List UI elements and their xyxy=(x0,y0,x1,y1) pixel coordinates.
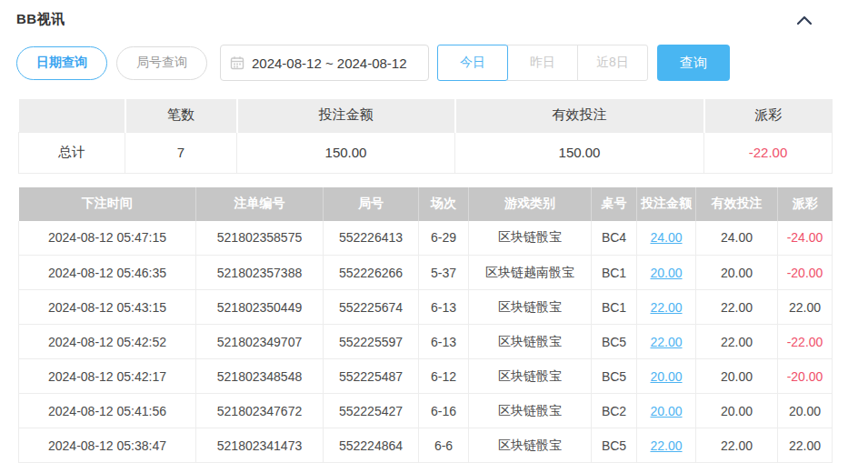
cell-bet-amount: 22.00 xyxy=(637,325,696,359)
quick-range-group: 今日 昨日 近8日 xyxy=(437,45,648,81)
cell-valid-bet: 22.00 xyxy=(696,428,778,463)
page-title: BB视讯 xyxy=(16,11,65,28)
cell-payout: -22.00 xyxy=(778,325,833,359)
header-valid-bet: 有效投注 xyxy=(696,187,778,221)
cell-bet-time: 2024-08-12 05:43:15 xyxy=(19,290,196,325)
cell-session: 5-37 xyxy=(419,256,469,290)
header-order-id: 注单编号 xyxy=(196,187,324,221)
bet-amount-link[interactable]: 20.00 xyxy=(650,404,682,418)
cell-valid-bet: 20.00 xyxy=(696,359,778,394)
filter-toolbar: 日期查询 局号查询 2024-08-12 ~ 2024-08-12 今日 xyxy=(0,35,868,82)
cell-round-id: 552225427 xyxy=(324,394,419,428)
bet-amount-link[interactable]: 22.00 xyxy=(650,335,682,349)
summary-total-row: 总计 7 150.00 150.00 -22.00 xyxy=(19,132,833,173)
header-payout: 派彩 xyxy=(778,187,833,221)
cell-session: 6-13 xyxy=(419,290,469,325)
cell-table-id: BC1 xyxy=(592,290,637,325)
cell-order-id: 521802350449 xyxy=(196,290,324,325)
table-row: 2024-08-12 05:42:52521802349707552225597… xyxy=(19,325,833,359)
chevron-up-icon xyxy=(796,15,813,25)
cell-round-id: 552225597 xyxy=(324,325,419,359)
cell-bet-time: 2024-08-12 05:47:15 xyxy=(19,221,196,256)
cell-order-id: 521802349707 xyxy=(196,325,324,359)
summary-header-empty xyxy=(19,99,125,132)
cell-game-type: 区块链骰宝 xyxy=(469,290,592,325)
cell-table-id: BC4 xyxy=(592,221,637,256)
cell-round-id: 552225487 xyxy=(324,359,419,394)
cell-table-id: BC2 xyxy=(592,394,637,428)
summary-header-valid-bet: 有效投注 xyxy=(455,99,704,132)
cell-payout: 22.00 xyxy=(778,290,833,325)
cell-bet-time: 2024-08-12 05:41:56 xyxy=(19,394,196,428)
table-row: 2024-08-12 05:46:35521802357388552226266… xyxy=(19,256,833,290)
cell-order-id: 521802348548 xyxy=(196,359,324,394)
collapse-button[interactable] xyxy=(792,11,817,29)
cell-game-type: 区块链骰宝 xyxy=(469,394,592,428)
cell-payout: 22.00 xyxy=(778,428,833,463)
cell-payout: -20.00 xyxy=(778,256,833,290)
table-row: 2024-08-12 05:42:17521802348548552225487… xyxy=(19,359,833,394)
cell-valid-bet: 20.00 xyxy=(696,394,778,428)
cell-game-type: 区块链骰宝 xyxy=(469,359,592,394)
summary-header-payout: 派彩 xyxy=(704,99,833,132)
header-round-id: 局号 xyxy=(324,187,419,221)
quick-today-button[interactable]: 今日 xyxy=(437,45,508,81)
cell-table-id: BC5 xyxy=(592,359,637,394)
cell-valid-bet: 20.00 xyxy=(696,256,778,290)
cell-bet-amount: 20.00 xyxy=(637,394,696,428)
cell-session: 6-29 xyxy=(419,221,469,256)
cell-payout: -20.00 xyxy=(778,359,833,394)
bb-video-records-panel: BB视讯 日期查询 局号查询 xyxy=(0,0,868,473)
round-query-tab[interactable]: 局号查询 xyxy=(116,46,207,80)
bet-amount-link[interactable]: 22.00 xyxy=(650,300,682,315)
cell-table-id: BC1 xyxy=(592,256,637,290)
cell-bet-time: 2024-08-12 05:38:47 xyxy=(19,428,196,463)
search-button[interactable]: 查询 xyxy=(657,45,730,81)
table-row: 2024-08-12 05:41:56521802347672552225427… xyxy=(19,394,833,428)
cell-session: 6-6 xyxy=(419,428,469,463)
summary-total-bet-amount: 150.00 xyxy=(237,132,455,173)
calendar-icon xyxy=(230,55,244,70)
quick-yesterday-button[interactable]: 昨日 xyxy=(507,45,578,81)
cell-bet-amount: 22.00 xyxy=(637,290,696,325)
header-table-id: 桌号 xyxy=(592,187,637,221)
cell-bet-time: 2024-08-12 05:42:52 xyxy=(19,325,196,359)
bet-amount-link[interactable]: 20.00 xyxy=(650,369,682,384)
quick-last8days-button[interactable]: 近8日 xyxy=(577,45,648,81)
cell-bet-amount: 20.00 xyxy=(637,256,696,290)
bet-records-table: 下注时间 注单编号 局号 场次 游戏类别 桌号 投注金额 有效投注 派彩 202… xyxy=(18,187,833,464)
cell-order-id: 521802357388 xyxy=(196,256,324,290)
cell-session: 6-13 xyxy=(419,325,469,359)
summary-total-count: 7 xyxy=(125,132,237,173)
cell-game-type: 区块链越南骰宝 xyxy=(469,256,592,290)
summary-table: 笔数 投注金额 有效投注 派彩 总计 7 150.00 150.00 -22.0… xyxy=(18,99,833,174)
cell-valid-bet: 24.00 xyxy=(696,221,778,256)
cell-valid-bet: 22.00 xyxy=(696,325,778,359)
cell-payout: -24.00 xyxy=(778,221,833,256)
cell-round-id: 552226266 xyxy=(324,256,419,290)
cell-order-id: 521802347672 xyxy=(196,394,324,428)
cell-table-id: BC5 xyxy=(592,428,637,463)
panel-header: BB视讯 xyxy=(0,0,868,35)
summary-header-row: 笔数 投注金额 有效投注 派彩 xyxy=(19,99,833,132)
cell-valid-bet: 22.00 xyxy=(696,290,778,325)
cell-game-type: 区块链骰宝 xyxy=(469,428,592,463)
table-row: 2024-08-12 05:47:15521802358575552226413… xyxy=(19,221,833,256)
date-query-tab[interactable]: 日期查询 xyxy=(16,46,107,80)
bet-amount-link[interactable]: 22.00 xyxy=(650,438,682,453)
bet-records-body: 2024-08-12 05:47:15521802358575552226413… xyxy=(19,221,833,463)
cell-round-id: 552225674 xyxy=(324,290,419,325)
header-game-type: 游戏类别 xyxy=(469,187,592,221)
date-range-value: 2024-08-12 ~ 2024-08-12 xyxy=(252,55,407,71)
bet-amount-link[interactable]: 24.00 xyxy=(650,230,682,245)
cell-payout: 20.00 xyxy=(778,394,833,428)
cell-bet-amount: 20.00 xyxy=(637,359,696,394)
summary-total-payout: -22.00 xyxy=(704,132,833,173)
records-header-row: 下注时间 注单编号 局号 场次 游戏类别 桌号 投注金额 有效投注 派彩 xyxy=(19,187,833,221)
cell-bet-time: 2024-08-12 05:46:35 xyxy=(19,256,196,290)
summary-total-label: 总计 xyxy=(19,132,125,173)
date-range-input[interactable]: 2024-08-12 ~ 2024-08-12 xyxy=(220,45,429,81)
cell-session: 6-12 xyxy=(419,359,469,394)
cell-bet-time: 2024-08-12 05:42:17 xyxy=(19,359,196,394)
bet-amount-link[interactable]: 20.00 xyxy=(650,266,682,280)
